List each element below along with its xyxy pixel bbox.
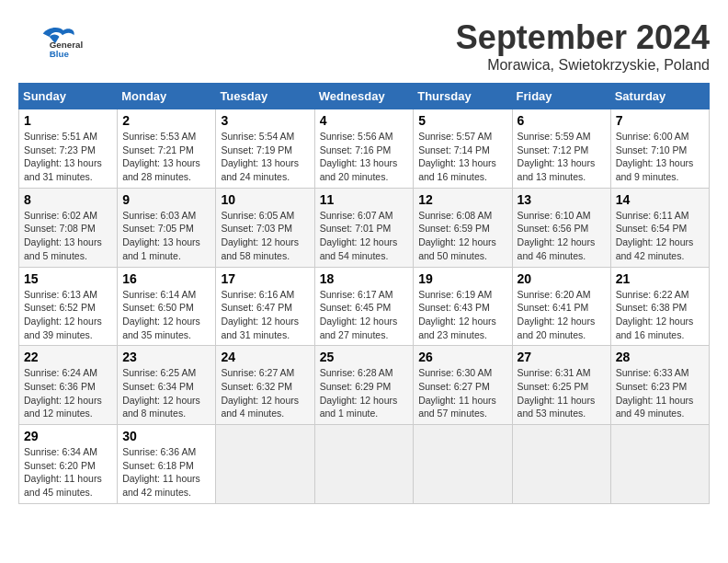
day-number: 10: [221, 192, 309, 207]
svg-text:General: General: [50, 40, 84, 50]
calendar-cell: 7Sunrise: 6:00 AM Sunset: 7:10 PM Daylig…: [610, 109, 709, 189]
calendar-cell: 9Sunrise: 6:03 AM Sunset: 7:05 PM Daylig…: [118, 188, 216, 267]
calendar-cell: 18Sunrise: 6:17 AM Sunset: 6:45 PM Dayli…: [314, 267, 414, 346]
calendar-cell: 28Sunrise: 6:33 AM Sunset: 6:23 PM Dayli…: [610, 346, 709, 425]
day-number: 1: [24, 113, 112, 128]
day-info: Sunrise: 6:07 AM Sunset: 7:01 PM Dayligh…: [320, 209, 409, 263]
calendar-cell: 5Sunrise: 5:57 AM Sunset: 7:14 PM Daylig…: [414, 109, 512, 189]
day-number: 11: [320, 192, 409, 207]
calendar-cell: 12Sunrise: 6:08 AM Sunset: 6:59 PM Dayli…: [414, 188, 512, 267]
calendar-cell: 14Sunrise: 6:11 AM Sunset: 6:54 PM Dayli…: [610, 188, 709, 267]
calendar-week-row-4: 22Sunrise: 6:24 AM Sunset: 6:36 PM Dayli…: [19, 346, 710, 425]
weekday-header-monday: Monday: [118, 84, 216, 109]
day-number: 14: [616, 192, 704, 207]
day-number: 8: [24, 192, 112, 207]
calendar-week-row-5: 29Sunrise: 6:34 AM Sunset: 6:20 PM Dayli…: [19, 425, 710, 504]
day-number: 17: [221, 271, 309, 286]
day-info: Sunrise: 6:17 AM Sunset: 6:45 PM Dayligh…: [320, 288, 409, 342]
day-number: 16: [122, 271, 210, 286]
calendar-cell: 27Sunrise: 6:31 AM Sunset: 6:25 PM Dayli…: [512, 346, 610, 425]
day-number: 22: [24, 350, 112, 364]
day-number: 30: [122, 429, 210, 443]
day-info: Sunrise: 6:25 AM Sunset: 6:34 PM Dayligh…: [122, 366, 210, 420]
calendar-table: SundayMondayTuesdayWednesdayThursdayFrid…: [18, 83, 710, 504]
logo-svg: General Blue: [18, 18, 92, 64]
calendar-cell: 15Sunrise: 6:13 AM Sunset: 6:52 PM Dayli…: [19, 267, 118, 346]
weekday-header-tuesday: Tuesday: [216, 84, 314, 109]
location-subtitle: Morawica, Swietokrzyskie, Poland: [456, 57, 710, 74]
calendar-cell: 10Sunrise: 6:05 AM Sunset: 7:03 PM Dayli…: [216, 188, 314, 267]
calendar-cell: 19Sunrise: 6:19 AM Sunset: 6:43 PM Dayli…: [414, 267, 512, 346]
day-info: Sunrise: 5:57 AM Sunset: 7:14 PM Dayligh…: [418, 130, 506, 184]
day-number: 2: [122, 113, 210, 128]
day-info: Sunrise: 6:03 AM Sunset: 7:05 PM Dayligh…: [122, 209, 210, 263]
day-number: 15: [24, 271, 112, 286]
day-info: Sunrise: 6:24 AM Sunset: 6:36 PM Dayligh…: [24, 366, 112, 420]
day-info: Sunrise: 6:30 AM Sunset: 6:27 PM Dayligh…: [418, 366, 506, 420]
calendar-cell: [216, 425, 314, 504]
day-info: Sunrise: 6:00 AM Sunset: 7:10 PM Dayligh…: [616, 130, 704, 184]
calendar-week-row-3: 15Sunrise: 6:13 AM Sunset: 6:52 PM Dayli…: [19, 267, 710, 346]
day-info: Sunrise: 6:08 AM Sunset: 6:59 PM Dayligh…: [418, 209, 506, 263]
calendar-week-row-1: 1Sunrise: 5:51 AM Sunset: 7:23 PM Daylig…: [19, 109, 710, 189]
calendar-cell: 29Sunrise: 6:34 AM Sunset: 6:20 PM Dayli…: [19, 425, 118, 504]
calendar-cell: 20Sunrise: 6:20 AM Sunset: 6:41 PM Dayli…: [512, 267, 610, 346]
page-header: General Blue September 2024 Morawica, Sw…: [18, 18, 710, 74]
day-number: 6: [518, 113, 606, 128]
day-info: Sunrise: 6:20 AM Sunset: 6:41 PM Dayligh…: [518, 288, 606, 342]
day-number: 12: [418, 192, 506, 207]
calendar-cell: 30Sunrise: 6:36 AM Sunset: 6:18 PM Dayli…: [118, 425, 216, 504]
weekday-header-row: SundayMondayTuesdayWednesdayThursdayFrid…: [19, 84, 710, 109]
day-info: Sunrise: 6:19 AM Sunset: 6:43 PM Dayligh…: [418, 288, 506, 342]
calendar-cell: 4Sunrise: 5:56 AM Sunset: 7:16 PM Daylig…: [314, 109, 414, 189]
day-info: Sunrise: 6:16 AM Sunset: 6:47 PM Dayligh…: [221, 288, 309, 342]
calendar-cell: 24Sunrise: 6:27 AM Sunset: 6:32 PM Dayli…: [216, 346, 314, 425]
day-number: 20: [518, 271, 606, 286]
calendar-cell: 17Sunrise: 6:16 AM Sunset: 6:47 PM Dayli…: [216, 267, 314, 346]
weekday-header-thursday: Thursday: [414, 84, 512, 109]
day-info: Sunrise: 6:02 AM Sunset: 7:08 PM Dayligh…: [24, 209, 112, 263]
calendar-cell: 8Sunrise: 6:02 AM Sunset: 7:08 PM Daylig…: [19, 188, 118, 267]
day-number: 3: [221, 113, 309, 128]
svg-text:Blue: Blue: [50, 49, 70, 59]
day-info: Sunrise: 5:59 AM Sunset: 7:12 PM Dayligh…: [518, 130, 606, 184]
calendar-cell: 21Sunrise: 6:22 AM Sunset: 6:38 PM Dayli…: [610, 267, 709, 346]
day-number: 5: [418, 113, 506, 128]
weekday-header-friday: Friday: [512, 84, 610, 109]
day-number: 23: [122, 350, 210, 364]
calendar-cell: 13Sunrise: 6:10 AM Sunset: 6:56 PM Dayli…: [512, 188, 610, 267]
day-info: Sunrise: 6:13 AM Sunset: 6:52 PM Dayligh…: [24, 288, 112, 342]
calendar-cell: 11Sunrise: 6:07 AM Sunset: 7:01 PM Dayli…: [314, 188, 414, 267]
day-info: Sunrise: 5:54 AM Sunset: 7:19 PM Dayligh…: [221, 130, 309, 184]
day-number: 18: [320, 271, 409, 286]
day-number: 27: [518, 350, 606, 364]
calendar-cell: 16Sunrise: 6:14 AM Sunset: 6:50 PM Dayli…: [118, 267, 216, 346]
day-info: Sunrise: 6:28 AM Sunset: 6:29 PM Dayligh…: [320, 366, 409, 420]
weekday-header-wednesday: Wednesday: [314, 84, 414, 109]
calendar-cell: 6Sunrise: 5:59 AM Sunset: 7:12 PM Daylig…: [512, 109, 610, 189]
day-number: 7: [616, 113, 704, 128]
day-info: Sunrise: 5:53 AM Sunset: 7:21 PM Dayligh…: [122, 130, 210, 184]
day-info: Sunrise: 6:33 AM Sunset: 6:23 PM Dayligh…: [616, 366, 704, 420]
weekday-header-sunday: Sunday: [19, 84, 118, 109]
day-number: 28: [616, 350, 704, 364]
day-number: 19: [418, 271, 506, 286]
day-info: Sunrise: 6:27 AM Sunset: 6:32 PM Dayligh…: [221, 366, 309, 420]
day-info: Sunrise: 6:22 AM Sunset: 6:38 PM Dayligh…: [616, 288, 704, 342]
day-info: Sunrise: 6:05 AM Sunset: 7:03 PM Dayligh…: [221, 209, 309, 263]
logo: General Blue: [18, 18, 92, 64]
calendar-cell: 25Sunrise: 6:28 AM Sunset: 6:29 PM Dayli…: [314, 346, 414, 425]
calendar-cell: [314, 425, 414, 504]
calendar-cell: 1Sunrise: 5:51 AM Sunset: 7:23 PM Daylig…: [19, 109, 118, 189]
day-number: 24: [221, 350, 309, 364]
day-info: Sunrise: 6:10 AM Sunset: 6:56 PM Dayligh…: [518, 209, 606, 263]
day-info: Sunrise: 5:51 AM Sunset: 7:23 PM Dayligh…: [24, 130, 112, 184]
calendar-cell: [610, 425, 709, 504]
day-number: 21: [616, 271, 704, 286]
calendar-cell: [414, 425, 512, 504]
day-info: Sunrise: 6:31 AM Sunset: 6:25 PM Dayligh…: [518, 366, 606, 420]
day-number: 26: [418, 350, 506, 364]
calendar-cell: 2Sunrise: 5:53 AM Sunset: 7:21 PM Daylig…: [118, 109, 216, 189]
calendar-week-row-2: 8Sunrise: 6:02 AM Sunset: 7:08 PM Daylig…: [19, 188, 710, 267]
month-year-title: September 2024: [456, 18, 710, 57]
